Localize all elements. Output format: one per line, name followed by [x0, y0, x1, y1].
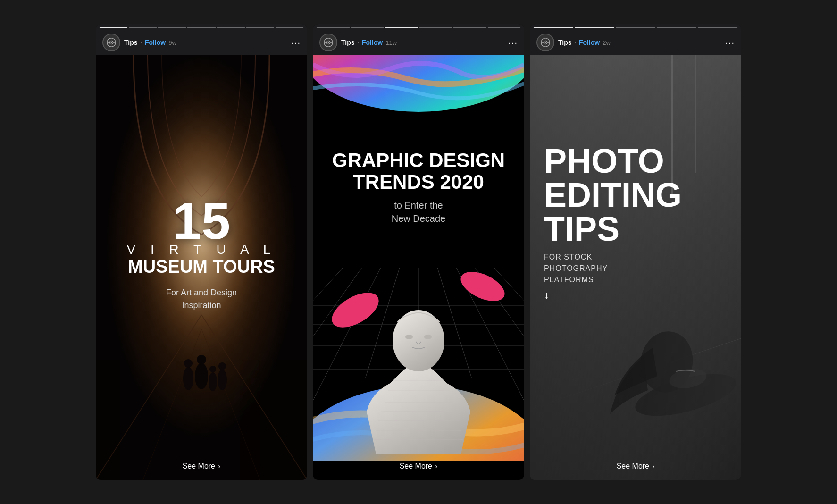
progress-bar [158, 27, 186, 28]
story-1-text: 15 V I R T U A L MUSEUM TOURS For Art an… [117, 185, 286, 321]
big-number: 15 [127, 195, 276, 247]
svg-point-19 [183, 367, 193, 390]
see-more-3[interactable]: See More › [617, 462, 655, 470]
see-more-2[interactable]: See More › [400, 462, 438, 470]
svg-point-27 [328, 42, 329, 43]
header-left-2: Tips · Follow 11w [319, 34, 397, 51]
dot-sep-3: · [575, 39, 576, 46]
dot-sep-1: · [141, 39, 142, 46]
svg-point-55 [405, 335, 413, 339]
header-meta-1: Tips · Follow 9w [124, 39, 176, 46]
header-meta-3: Tips · Follow 2w [558, 39, 611, 46]
see-more-arrow-2: › [435, 462, 437, 470]
story-header-1: Tips · Follow 9w ··· [96, 24, 307, 55]
header-left-3: Tips · Follow 2w [536, 34, 611, 51]
see-more-arrow-1: › [218, 462, 220, 470]
svg-point-24 [218, 362, 226, 370]
story-header-3: Tips · Follow 2w ··· [530, 24, 741, 55]
story-image-2: GRAPHIC DESIGNTRENDS 2020 to Enter theNe… [313, 55, 524, 480]
story-card-3: Tips · Follow 2w ··· [530, 24, 741, 480]
story-image-3: PHOTOEDITINGTIPS FOR STOCKPHOTOGRAPHYPLA… [530, 55, 741, 480]
time-ago-3: 2w [603, 39, 611, 46]
progress-bar [217, 27, 245, 28]
stories-container: Tips · Follow 9w ··· [86, 15, 751, 489]
progress-bars-2 [313, 24, 524, 28]
svg-point-18 [197, 355, 206, 364]
time-ago-1: 9w [168, 39, 176, 46]
story-card-1: Tips · Follow 9w ··· [96, 24, 307, 480]
dot-sep-2: · [358, 39, 359, 46]
progress-bar [534, 27, 573, 28]
time-ago-2: 11w [385, 39, 397, 46]
story-3-text: PHOTOEDITINGTIPS FOR STOCKPHOTOGRAPHYPLA… [530, 130, 696, 311]
header-meta-2: Tips · Follow 11w [341, 39, 397, 46]
svg-point-22 [209, 366, 216, 372]
progress-bar [100, 27, 127, 28]
museum-tours-text: MUSEUM TOURS [127, 257, 276, 277]
progress-bar [129, 27, 157, 28]
for-art-text: For Art and DesignInspiration [127, 286, 276, 312]
more-button-3[interactable]: ··· [725, 37, 735, 48]
progress-bar [698, 27, 737, 28]
virtual-text: V I R T U A L [127, 242, 276, 257]
svg-point-56 [424, 335, 432, 339]
story-header-2: Tips · Follow 11w ··· [313, 24, 524, 55]
progress-bar [616, 27, 655, 28]
svg-point-20 [184, 359, 193, 368]
see-more-1[interactable]: See More › [183, 462, 221, 470]
avatar-2 [319, 34, 337, 51]
svg-point-51 [456, 266, 509, 307]
svg-point-23 [218, 370, 227, 390]
svg-point-2 [111, 42, 112, 43]
header-left-1: Tips · Follow 9w [102, 34, 176, 51]
progress-bars-3 [530, 24, 741, 28]
svg-point-17 [195, 363, 208, 389]
arrow-down-icon: ↓ [544, 289, 549, 302]
avatar-3 [536, 34, 554, 51]
progress-bar [187, 27, 215, 28]
progress-bar [385, 27, 418, 28]
account-name-3: Tips [558, 39, 572, 46]
more-button-2[interactable]: ··· [508, 37, 518, 48]
progress-bar [575, 27, 614, 28]
photo-title: PHOTOEDITINGTIPS [544, 144, 682, 246]
account-name-1: Tips [124, 39, 138, 46]
progress-bar [657, 27, 696, 28]
svg-point-66 [545, 42, 546, 43]
follow-button-1[interactable]: Follow [145, 39, 166, 46]
follow-button-3[interactable]: Follow [579, 39, 600, 46]
more-button-1[interactable]: ··· [291, 37, 301, 48]
progress-bar [351, 27, 384, 28]
follow-button-2[interactable]: Follow [362, 39, 383, 46]
progress-bars-1 [96, 24, 307, 28]
story-card-2: Tips · Follow 11w ··· [313, 24, 524, 480]
progress-bar [317, 27, 350, 28]
svg-point-21 [209, 372, 217, 391]
progress-bar [488, 27, 521, 28]
progress-bar [276, 27, 303, 28]
progress-bar [246, 27, 274, 28]
photo-subtitle: FOR STOCKPHOTOGRAPHYPLATFORMS [544, 252, 682, 286]
progress-bar [419, 27, 452, 28]
account-name-2: Tips [341, 39, 355, 46]
progress-bar [453, 27, 486, 28]
avatar-1 [102, 34, 120, 51]
story-image-1: 15 V I R T U A L MUSEUM TOURS For Art an… [96, 55, 307, 480]
see-more-arrow-3: › [652, 462, 654, 470]
